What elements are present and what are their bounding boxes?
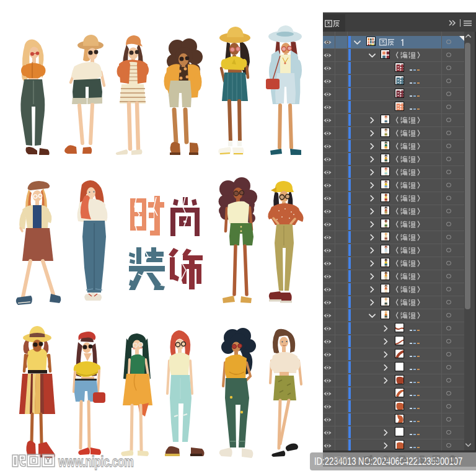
svg-text:www.nipic.com: www.nipic.com [58,454,133,470]
